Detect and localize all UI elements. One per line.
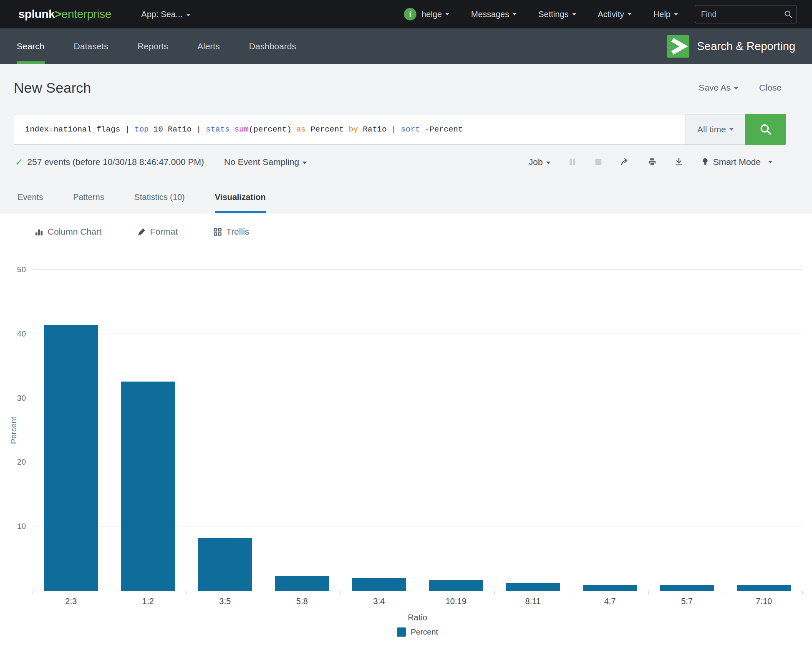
bar-slot xyxy=(264,270,341,591)
lightbulb-icon xyxy=(701,158,709,166)
bar-2-3[interactable] xyxy=(44,325,98,591)
visualization-panel: Column Chart Format Trellis Percent 1020… xyxy=(0,213,812,650)
bar-4-7[interactable] xyxy=(583,585,637,591)
topbar: splunk>enterprise App: Sea... ihelgeMess… xyxy=(0,0,812,28)
bar-1-2[interactable] xyxy=(121,382,175,591)
x-tick-label: 7:10 xyxy=(726,591,803,610)
chevron-down-icon xyxy=(186,14,190,16)
bar-3-5[interactable] xyxy=(198,538,252,591)
chevron-down-icon xyxy=(445,13,449,15)
find-input[interactable] xyxy=(695,5,797,23)
result-tabs: EventsPatternsStatistics (10)Visualizati… xyxy=(0,182,812,213)
download-icon xyxy=(675,158,683,166)
search-mode-menu[interactable]: Smart Mode xyxy=(701,157,772,167)
menu-label: Messages xyxy=(471,10,509,19)
chevron-down-icon xyxy=(734,87,738,90)
legend-swatch xyxy=(397,627,406,637)
splunk-logo[interactable]: splunk>enterprise xyxy=(18,8,111,21)
time-range-picker[interactable]: All time xyxy=(686,114,745,145)
menu-label: Help xyxy=(653,10,671,19)
tab-visualization[interactable]: Visualization xyxy=(215,182,266,213)
topbar-menu-helge[interactable]: ihelge xyxy=(404,8,449,20)
tab-statistics-10[interactable]: Statistics (10) xyxy=(134,182,185,213)
appbar-tab-alerts[interactable]: Alerts xyxy=(197,28,220,64)
bar-slot xyxy=(110,270,187,591)
topbar-menu-messages[interactable]: Messages xyxy=(471,10,517,19)
chevron-down-icon xyxy=(674,13,678,15)
axis-tick xyxy=(187,591,187,594)
query-token: sum xyxy=(235,125,249,134)
bar-slot xyxy=(340,270,418,591)
topbar-menus: ihelgeMessagesSettingsActivityHelp xyxy=(404,8,678,20)
query-token: sort xyxy=(401,125,420,134)
stop-button[interactable] xyxy=(595,158,602,166)
tab-events[interactable]: Events xyxy=(18,182,43,213)
topbar-menu-settings[interactable]: Settings xyxy=(538,10,576,19)
chart-legend[interactable]: Percent xyxy=(33,627,802,637)
find-box xyxy=(695,5,797,23)
appbar-tab-datasets[interactable]: Datasets xyxy=(74,28,108,64)
chevron-down-icon xyxy=(572,13,576,15)
query-token: stats xyxy=(206,125,229,134)
app-switcher-menu[interactable]: App: Sea... xyxy=(141,10,190,19)
tab-patterns[interactable]: Patterns xyxy=(73,182,104,213)
menu-label: Settings xyxy=(538,10,568,19)
bar-slot xyxy=(418,270,495,591)
appbar-tab-reports[interactable]: Reports xyxy=(137,28,168,64)
app-navbar: SearchDatasetsReportsAlertsDashboards Se… xyxy=(0,28,812,64)
export-button[interactable] xyxy=(675,158,683,166)
app-name: Search & Reporting xyxy=(697,40,795,53)
axis-tick xyxy=(802,591,803,594)
column-chart: Percent 1020304050 2:31:23:55:83:410:198… xyxy=(0,270,812,637)
viz-toolbar: Column Chart Format Trellis xyxy=(0,213,812,238)
query-token: 10 Ratio | xyxy=(149,125,206,134)
topbar-menu-activity[interactable]: Activity xyxy=(598,10,632,19)
job-status-bar: ✓ 257 events (before 10/30/18 8:46:47.00… xyxy=(15,156,772,168)
bar-slot xyxy=(187,270,264,591)
bar-5-7[interactable] xyxy=(660,585,714,591)
trellis-button[interactable]: Trellis xyxy=(214,227,249,237)
logo-product: enterprise xyxy=(61,8,111,20)
axis-tick xyxy=(726,591,726,594)
x-tick-label: 5:8 xyxy=(264,591,341,610)
bar-8-11[interactable] xyxy=(506,583,560,591)
query-token: by xyxy=(348,125,358,134)
share-button[interactable] xyxy=(620,158,630,166)
search-mode-label: Smart Mode xyxy=(713,157,761,167)
menu-label: Activity xyxy=(598,10,624,19)
close-button[interactable]: Close xyxy=(759,83,782,93)
bar-5-8[interactable] xyxy=(275,576,329,591)
bar-slot xyxy=(648,270,726,591)
y-tick-label: 40 xyxy=(17,329,26,339)
bar-3-4[interactable] xyxy=(352,578,406,591)
topbar-menu-help[interactable]: Help xyxy=(653,10,678,19)
pause-button[interactable] xyxy=(569,158,576,166)
x-tick-label: 4:7 xyxy=(572,591,649,610)
format-button[interactable]: Format xyxy=(138,227,178,237)
event-sampling-menu[interactable]: No Event Sampling xyxy=(224,157,307,167)
query-token: top xyxy=(134,125,149,134)
appbar-tab-search[interactable]: Search xyxy=(17,28,45,64)
bar-10-19[interactable] xyxy=(429,580,483,591)
x-tick-label: 1:2 xyxy=(110,591,187,610)
query-token: Ratio | xyxy=(358,125,401,134)
bar-7-10[interactable] xyxy=(737,585,791,591)
app-navbar-tabs: SearchDatasetsReportsAlertsDashboards xyxy=(17,28,296,64)
query-token: -Percent xyxy=(420,125,463,134)
grid-icon xyxy=(214,228,222,236)
print-button[interactable] xyxy=(648,158,656,166)
legend-label: Percent xyxy=(411,627,438,637)
x-tick-label: 5:7 xyxy=(648,591,726,610)
search-reporting-app-icon[interactable] xyxy=(667,35,689,58)
axis-tick xyxy=(264,591,264,594)
save-as-menu[interactable]: Save As xyxy=(699,83,738,93)
job-menu[interactable]: Job xyxy=(529,157,550,167)
check-icon: ✓ xyxy=(15,157,23,168)
search-query-input[interactable]: index=national_flags | top 10 Ratio | st… xyxy=(14,114,686,145)
appbar-tab-dashboards[interactable]: Dashboards xyxy=(249,28,296,64)
x-tick-label: 3:5 xyxy=(187,591,264,610)
search-submit-button[interactable] xyxy=(745,114,786,145)
menu-label: helge xyxy=(421,10,442,19)
format-label: Format xyxy=(150,227,178,237)
chart-type-button[interactable]: Column Chart xyxy=(35,227,102,237)
